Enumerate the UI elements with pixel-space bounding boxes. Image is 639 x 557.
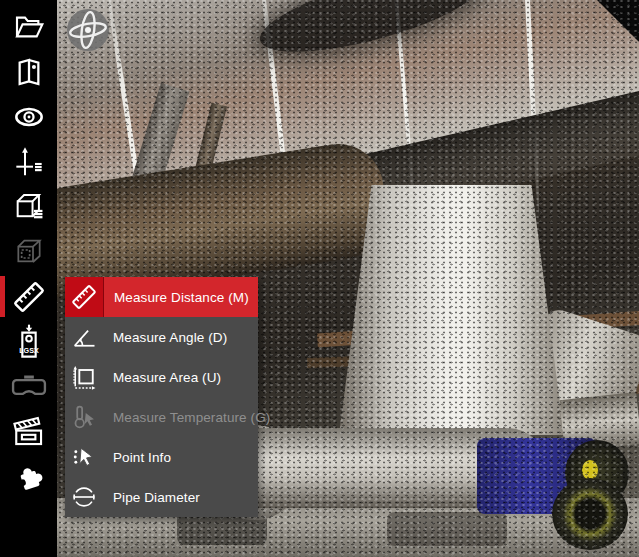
cube-list-icon bbox=[12, 190, 46, 224]
sidebar-item-elevation-list[interactable] bbox=[0, 139, 57, 184]
measure-context-menu: Measure Distance (M) Measure Angle (D) bbox=[65, 277, 258, 517]
menu-item-label: Measure Area (U) bbox=[103, 357, 258, 397]
sidebar-item-view[interactable] bbox=[0, 94, 57, 139]
menu-item-pipe-diameter[interactable]: Pipe Diameter bbox=[65, 477, 258, 517]
thermometer-icon bbox=[65, 397, 103, 437]
angle-icon bbox=[65, 317, 103, 357]
sidebar-item-clipping-box-list[interactable] bbox=[0, 184, 57, 229]
clapperboard-icon bbox=[12, 415, 46, 449]
pipe-diameter-icon bbox=[65, 477, 103, 517]
point-info-icon bbox=[65, 437, 103, 477]
menu-item-measure-area[interactable]: Measure Area (U) bbox=[65, 357, 258, 397]
sidebar-item-open[interactable] bbox=[0, 4, 57, 49]
active-tool-indicator bbox=[0, 276, 5, 317]
menu-item-label: Measure Angle (D) bbox=[103, 317, 258, 357]
menu-item-label: Measure Temperature (G) bbox=[103, 397, 270, 437]
folded-map-icon bbox=[13, 56, 45, 88]
lgsx-label: LGSX bbox=[19, 346, 39, 355]
sidebar-item-export-lgsx[interactable]: LGSX bbox=[0, 319, 57, 364]
sidebar-item-video[interactable] bbox=[0, 409, 57, 454]
menu-item-measure-temperature: Measure Temperature (G) bbox=[65, 397, 258, 437]
sidebar-item-plugins[interactable] bbox=[0, 454, 57, 499]
menu-item-measure-angle[interactable]: Measure Angle (D) bbox=[65, 317, 258, 357]
orbit-gyroscope-icon[interactable] bbox=[65, 7, 111, 53]
app-window: LGSX bbox=[0, 0, 639, 557]
menu-item-point-info[interactable]: Point Info bbox=[65, 437, 258, 477]
ruler-icon bbox=[11, 279, 47, 315]
puzzle-icon bbox=[12, 460, 46, 494]
menu-item-label: Measure Distance (M) bbox=[104, 277, 258, 317]
menu-item-label: Point Info bbox=[103, 437, 258, 477]
tool-sidebar: LGSX bbox=[0, 0, 57, 557]
sidebar-item-overview-map[interactable] bbox=[0, 49, 57, 94]
menu-item-label: Pipe Diameter bbox=[103, 477, 258, 517]
menu-item-measure-distance[interactable]: Measure Distance (M) bbox=[65, 277, 258, 317]
folder-open-icon bbox=[13, 11, 45, 43]
vr-goggles-icon bbox=[11, 372, 47, 402]
sidebar-item-vr-mode bbox=[0, 364, 57, 409]
axis-list-icon bbox=[13, 144, 45, 180]
area-icon bbox=[65, 357, 103, 397]
sidebar-item-clipping-box bbox=[0, 229, 57, 274]
sidebar-item-measure[interactable] bbox=[0, 274, 57, 319]
lgsx-tag-icon: LGSX bbox=[13, 323, 45, 361]
cube-dashed-icon bbox=[13, 236, 45, 268]
eye-icon bbox=[12, 101, 46, 133]
ruler-icon bbox=[65, 277, 104, 317]
